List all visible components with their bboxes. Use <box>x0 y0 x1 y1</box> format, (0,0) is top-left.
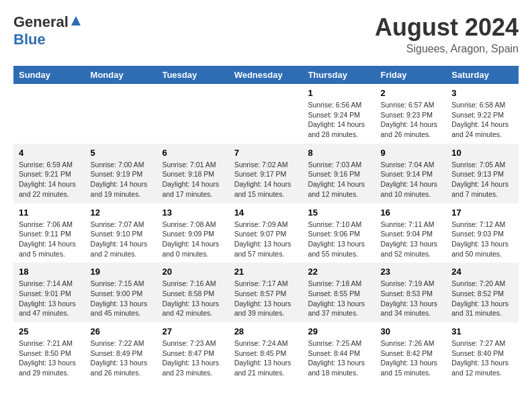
calendar-cell: 8Sunrise: 7:03 AM Sunset: 9:16 PM Daylig… <box>302 144 375 203</box>
day-number: 6 <box>162 148 223 158</box>
calendar-cell: 7Sunrise: 7:02 AM Sunset: 9:17 PM Daylig… <box>229 144 303 203</box>
day-number: 7 <box>234 148 298 158</box>
day-number: 8 <box>308 148 369 158</box>
day-info: Sunrise: 7:19 AM Sunset: 8:53 PM Dayligh… <box>380 279 441 318</box>
day-number: 15 <box>308 208 369 218</box>
week-row-5: 25Sunrise: 7:21 AM Sunset: 8:50 PM Dayli… <box>13 322 519 382</box>
week-row-2: 4Sunrise: 6:59 AM Sunset: 9:21 PM Daylig… <box>13 144 519 203</box>
calendar-cell: 29Sunrise: 7:25 AM Sunset: 8:44 PM Dayli… <box>302 322 375 382</box>
svg-marker-0 <box>71 16 81 26</box>
day-number: 9 <box>380 148 441 158</box>
day-info: Sunrise: 7:10 AM Sunset: 9:06 PM Dayligh… <box>308 220 369 259</box>
calendar-header: SundayMondayTuesdayWednesdayThursdayFrid… <box>13 66 519 84</box>
calendar-cell: 4Sunrise: 6:59 AM Sunset: 9:21 PM Daylig… <box>13 144 85 203</box>
day-info: Sunrise: 7:20 AM Sunset: 8:52 PM Dayligh… <box>451 279 513 318</box>
calendar-cell: 13Sunrise: 7:08 AM Sunset: 9:09 PM Dayli… <box>157 203 228 263</box>
day-info: Sunrise: 7:16 AM Sunset: 8:58 PM Dayligh… <box>162 279 223 318</box>
calendar-cell: 19Sunrise: 7:15 AM Sunset: 9:00 PM Dayli… <box>85 263 157 322</box>
calendar-cell: 20Sunrise: 7:16 AM Sunset: 8:58 PM Dayli… <box>157 263 228 322</box>
calendar-cell <box>229 84 303 144</box>
calendar-cell: 15Sunrise: 7:10 AM Sunset: 9:06 PM Dayli… <box>302 203 375 263</box>
day-info: Sunrise: 7:17 AM Sunset: 8:57 PM Dayligh… <box>234 279 298 318</box>
header-day-thursday: Thursday <box>302 66 375 84</box>
calendar-cell: 23Sunrise: 7:19 AM Sunset: 8:53 PM Dayli… <box>375 263 446 322</box>
calendar-cell: 28Sunrise: 7:24 AM Sunset: 8:45 PM Dayli… <box>229 322 303 382</box>
day-number: 3 <box>451 88 513 98</box>
day-info: Sunrise: 7:23 AM Sunset: 8:47 PM Dayligh… <box>162 338 223 378</box>
day-number: 30 <box>380 326 441 336</box>
day-info: Sunrise: 7:02 AM Sunset: 9:17 PM Dayligh… <box>234 160 298 199</box>
day-info: Sunrise: 7:11 AM Sunset: 9:04 PM Dayligh… <box>380 220 441 259</box>
week-row-3: 11Sunrise: 7:06 AM Sunset: 9:11 PM Dayli… <box>13 203 519 263</box>
calendar-cell: 21Sunrise: 7:17 AM Sunset: 8:57 PM Dayli… <box>229 263 303 322</box>
calendar-cell: 18Sunrise: 7:14 AM Sunset: 9:01 PM Dayli… <box>13 263 85 322</box>
day-number: 13 <box>162 208 223 218</box>
day-info: Sunrise: 7:03 AM Sunset: 9:16 PM Dayligh… <box>308 160 369 199</box>
calendar-cell <box>13 84 85 144</box>
day-number: 2 <box>380 88 441 98</box>
week-row-1: 1Sunrise: 6:56 AM Sunset: 9:24 PM Daylig… <box>13 84 519 144</box>
day-info: Sunrise: 7:12 AM Sunset: 9:03 PM Dayligh… <box>451 220 513 259</box>
logo-general-text: General <box>13 13 69 31</box>
day-number: 5 <box>91 148 152 158</box>
day-number: 31 <box>451 326 513 336</box>
page-title: August 2024 <box>375 13 519 42</box>
calendar-cell: 5Sunrise: 7:00 AM Sunset: 9:19 PM Daylig… <box>85 144 157 203</box>
calendar-cell: 2Sunrise: 6:57 AM Sunset: 9:23 PM Daylig… <box>375 84 446 144</box>
calendar-cell: 1Sunrise: 6:56 AM Sunset: 9:24 PM Daylig… <box>302 84 375 144</box>
calendar-cell: 31Sunrise: 7:27 AM Sunset: 8:40 PM Dayli… <box>446 322 519 382</box>
calendar-cell: 22Sunrise: 7:18 AM Sunset: 8:55 PM Dayli… <box>302 263 375 322</box>
calendar-table: SundayMondayTuesdayWednesdayThursdayFrid… <box>13 66 519 382</box>
logo-icon <box>70 15 82 27</box>
day-info: Sunrise: 7:08 AM Sunset: 9:09 PM Dayligh… <box>162 220 223 259</box>
day-number: 27 <box>162 326 223 336</box>
calendar-cell: 17Sunrise: 7:12 AM Sunset: 9:03 PM Dayli… <box>446 203 519 263</box>
calendar-cell: 10Sunrise: 7:05 AM Sunset: 9:13 PM Dayli… <box>446 144 519 203</box>
logo: General Blue <box>13 13 82 48</box>
header-day-wednesday: Wednesday <box>229 66 303 84</box>
page-subtitle: Siguees, Aragon, Spain <box>375 43 519 55</box>
day-number: 24 <box>451 267 513 277</box>
day-number: 14 <box>234 208 298 218</box>
day-number: 29 <box>308 326 369 336</box>
header-day-friday: Friday <box>375 66 446 84</box>
week-row-4: 18Sunrise: 7:14 AM Sunset: 9:01 PM Dayli… <box>13 263 519 322</box>
calendar-cell: 3Sunrise: 6:58 AM Sunset: 9:22 PM Daylig… <box>446 84 519 144</box>
calendar-cell: 25Sunrise: 7:21 AM Sunset: 8:50 PM Dayli… <box>13 322 85 382</box>
day-info: Sunrise: 7:27 AM Sunset: 8:40 PM Dayligh… <box>451 338 513 378</box>
calendar-cell <box>85 84 157 144</box>
day-number: 19 <box>91 267 152 277</box>
day-info: Sunrise: 7:07 AM Sunset: 9:10 PM Dayligh… <box>91 220 152 259</box>
calendar-cell: 9Sunrise: 7:04 AM Sunset: 9:14 PM Daylig… <box>375 144 446 203</box>
day-number: 4 <box>19 148 80 158</box>
day-number: 22 <box>308 267 369 277</box>
day-info: Sunrise: 7:04 AM Sunset: 9:14 PM Dayligh… <box>380 160 441 199</box>
day-number: 28 <box>234 326 298 336</box>
header-row: SundayMondayTuesdayWednesdayThursdayFrid… <box>13 66 519 84</box>
day-number: 1 <box>308 88 369 98</box>
day-info: Sunrise: 6:58 AM Sunset: 9:22 PM Dayligh… <box>451 100 513 140</box>
day-number: 25 <box>19 326 80 336</box>
day-info: Sunrise: 6:56 AM Sunset: 9:24 PM Dayligh… <box>308 100 369 140</box>
day-number: 26 <box>91 326 152 336</box>
day-number: 12 <box>91 208 152 218</box>
calendar-cell: 26Sunrise: 7:22 AM Sunset: 8:49 PM Dayli… <box>85 322 157 382</box>
day-info: Sunrise: 7:09 AM Sunset: 9:07 PM Dayligh… <box>234 220 298 259</box>
day-number: 11 <box>19 208 80 218</box>
calendar-cell: 6Sunrise: 7:01 AM Sunset: 9:18 PM Daylig… <box>157 144 228 203</box>
day-number: 16 <box>380 208 441 218</box>
day-info: Sunrise: 7:15 AM Sunset: 9:00 PM Dayligh… <box>91 279 152 318</box>
day-info: Sunrise: 6:59 AM Sunset: 9:21 PM Dayligh… <box>19 160 80 199</box>
day-info: Sunrise: 7:06 AM Sunset: 9:11 PM Dayligh… <box>19 220 80 259</box>
calendar-cell: 11Sunrise: 7:06 AM Sunset: 9:11 PM Dayli… <box>13 203 85 263</box>
day-info: Sunrise: 7:14 AM Sunset: 9:01 PM Dayligh… <box>19 279 80 318</box>
day-info: Sunrise: 7:21 AM Sunset: 8:50 PM Dayligh… <box>19 338 80 378</box>
day-info: Sunrise: 7:00 AM Sunset: 9:19 PM Dayligh… <box>91 160 152 199</box>
day-info: Sunrise: 7:25 AM Sunset: 8:44 PM Dayligh… <box>308 338 369 378</box>
page-header: General Blue August 2024 Siguees, Aragon… <box>13 13 519 55</box>
day-number: 18 <box>19 267 80 277</box>
day-number: 17 <box>451 208 513 218</box>
calendar-cell: 14Sunrise: 7:09 AM Sunset: 9:07 PM Dayli… <box>229 203 303 263</box>
header-day-monday: Monday <box>85 66 157 84</box>
calendar-body: 1Sunrise: 6:56 AM Sunset: 9:24 PM Daylig… <box>13 84 519 382</box>
